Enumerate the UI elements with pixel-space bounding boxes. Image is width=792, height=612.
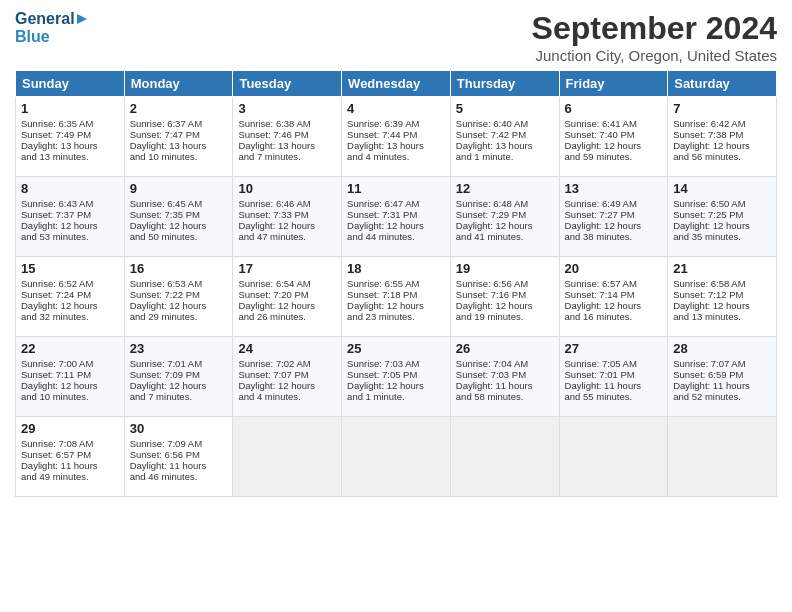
table-row: 7Sunrise: 6:42 AMSunset: 7:38 PMDaylight…: [668, 97, 777, 177]
day-info-line: Sunset: 7:46 PM: [238, 129, 336, 140]
table-row: [668, 417, 777, 497]
day-info-line: and 1 minute.: [347, 391, 445, 402]
day-info-line: Sunrise: 6:35 AM: [21, 118, 119, 129]
day-info-line: Sunset: 6:57 PM: [21, 449, 119, 460]
calendar-week-row: 8Sunrise: 6:43 AMSunset: 7:37 PMDaylight…: [16, 177, 777, 257]
day-info-line: Daylight: 12 hours: [130, 300, 228, 311]
table-row: 22Sunrise: 7:00 AMSunset: 7:11 PMDayligh…: [16, 337, 125, 417]
day-info-line: Sunrise: 7:00 AM: [21, 358, 119, 369]
day-info-line: and 49 minutes.: [21, 471, 119, 482]
day-info-line: Daylight: 12 hours: [673, 220, 771, 231]
day-info-line: Daylight: 12 hours: [21, 300, 119, 311]
day-info-line: Sunset: 7:24 PM: [21, 289, 119, 300]
table-row: 14Sunrise: 6:50 AMSunset: 7:25 PMDayligh…: [668, 177, 777, 257]
day-info-line: Sunrise: 6:40 AM: [456, 118, 554, 129]
day-info-line: Sunset: 7:16 PM: [456, 289, 554, 300]
day-info-line: and 41 minutes.: [456, 231, 554, 242]
col-wednesday: Wednesday: [342, 71, 451, 97]
col-friday: Friday: [559, 71, 668, 97]
day-info-line: Sunrise: 6:58 AM: [673, 278, 771, 289]
day-number: 11: [347, 181, 445, 196]
day-info-line: Sunset: 7:37 PM: [21, 209, 119, 220]
day-info-line: and 58 minutes.: [456, 391, 554, 402]
day-info-line: Sunrise: 6:53 AM: [130, 278, 228, 289]
calendar-subtitle: Junction City, Oregon, United States: [532, 47, 777, 64]
day-info-line: and 23 minutes.: [347, 311, 445, 322]
day-info-line: Sunrise: 6:37 AM: [130, 118, 228, 129]
calendar-week-row: 29Sunrise: 7:08 AMSunset: 6:57 PMDayligh…: [16, 417, 777, 497]
day-info-line: Sunrise: 6:50 AM: [673, 198, 771, 209]
day-info-line: and 7 minutes.: [130, 391, 228, 402]
logo: General Blue: [15, 10, 87, 46]
day-info-line: Sunrise: 6:42 AM: [673, 118, 771, 129]
day-info-line: Daylight: 12 hours: [238, 220, 336, 231]
table-row: 25Sunrise: 7:03 AMSunset: 7:05 PMDayligh…: [342, 337, 451, 417]
calendar-week-row: 22Sunrise: 7:00 AMSunset: 7:11 PMDayligh…: [16, 337, 777, 417]
day-number: 2: [130, 101, 228, 116]
day-info-line: Sunset: 7:03 PM: [456, 369, 554, 380]
day-number: 27: [565, 341, 663, 356]
day-info-line: and 53 minutes.: [21, 231, 119, 242]
table-row: [233, 417, 342, 497]
day-info-line: Sunrise: 6:45 AM: [130, 198, 228, 209]
day-info-line: Sunset: 7:05 PM: [347, 369, 445, 380]
day-info-line: Sunrise: 7:04 AM: [456, 358, 554, 369]
logo-line1: General: [15, 10, 87, 28]
day-info-line: and 10 minutes.: [21, 391, 119, 402]
table-row: 26Sunrise: 7:04 AMSunset: 7:03 PMDayligh…: [450, 337, 559, 417]
day-info-line: Sunrise: 6:41 AM: [565, 118, 663, 129]
day-info-line: Sunset: 7:31 PM: [347, 209, 445, 220]
day-info-line: and 44 minutes.: [347, 231, 445, 242]
day-info-line: Sunrise: 6:43 AM: [21, 198, 119, 209]
day-info-line: Daylight: 13 hours: [347, 140, 445, 151]
day-info-line: Daylight: 12 hours: [456, 300, 554, 311]
calendar-table: Sunday Monday Tuesday Wednesday Thursday…: [15, 70, 777, 497]
day-info-line: Daylight: 12 hours: [347, 220, 445, 231]
table-row: 2Sunrise: 6:37 AMSunset: 7:47 PMDaylight…: [124, 97, 233, 177]
day-number: 3: [238, 101, 336, 116]
day-info-line: and 32 minutes.: [21, 311, 119, 322]
day-info-line: Sunset: 7:20 PM: [238, 289, 336, 300]
day-info-line: Sunrise: 7:05 AM: [565, 358, 663, 369]
day-info-line: Daylight: 12 hours: [238, 380, 336, 391]
day-info-line: Sunset: 7:25 PM: [673, 209, 771, 220]
col-thursday: Thursday: [450, 71, 559, 97]
table-row: 21Sunrise: 6:58 AMSunset: 7:12 PMDayligh…: [668, 257, 777, 337]
table-row: 9Sunrise: 6:45 AMSunset: 7:35 PMDaylight…: [124, 177, 233, 257]
day-info-line: Sunset: 7:38 PM: [673, 129, 771, 140]
table-row: 20Sunrise: 6:57 AMSunset: 7:14 PMDayligh…: [559, 257, 668, 337]
calendar-week-row: 15Sunrise: 6:52 AMSunset: 7:24 PMDayligh…: [16, 257, 777, 337]
day-number: 9: [130, 181, 228, 196]
day-info-line: and 4 minutes.: [347, 151, 445, 162]
day-info-line: Daylight: 12 hours: [130, 380, 228, 391]
table-row: 1Sunrise: 6:35 AMSunset: 7:49 PMDaylight…: [16, 97, 125, 177]
col-tuesday: Tuesday: [233, 71, 342, 97]
table-row: 27Sunrise: 7:05 AMSunset: 7:01 PMDayligh…: [559, 337, 668, 417]
day-info-line: Sunset: 7:40 PM: [565, 129, 663, 140]
day-info-line: and 59 minutes.: [565, 151, 663, 162]
table-row: 28Sunrise: 7:07 AMSunset: 6:59 PMDayligh…: [668, 337, 777, 417]
table-row: 19Sunrise: 6:56 AMSunset: 7:16 PMDayligh…: [450, 257, 559, 337]
day-info-line: Sunrise: 6:57 AM: [565, 278, 663, 289]
day-info-line: Daylight: 12 hours: [21, 220, 119, 231]
table-row: 24Sunrise: 7:02 AMSunset: 7:07 PMDayligh…: [233, 337, 342, 417]
day-number: 18: [347, 261, 445, 276]
day-info-line: Sunset: 7:44 PM: [347, 129, 445, 140]
day-info-line: Daylight: 12 hours: [347, 300, 445, 311]
day-number: 21: [673, 261, 771, 276]
day-info-line: Sunset: 7:33 PM: [238, 209, 336, 220]
day-info-line: Sunset: 7:49 PM: [21, 129, 119, 140]
calendar-header-row: Sunday Monday Tuesday Wednesday Thursday…: [16, 71, 777, 97]
table-row: 29Sunrise: 7:08 AMSunset: 6:57 PMDayligh…: [16, 417, 125, 497]
day-info-line: Daylight: 12 hours: [238, 300, 336, 311]
title-block: September 2024 Junction City, Oregon, Un…: [532, 10, 777, 64]
table-row: [450, 417, 559, 497]
day-info-line: Sunrise: 7:07 AM: [673, 358, 771, 369]
day-info-line: Sunset: 7:11 PM: [21, 369, 119, 380]
day-info-line: Daylight: 11 hours: [673, 380, 771, 391]
day-info-line: Sunset: 6:56 PM: [130, 449, 228, 460]
calendar-week-row: 1Sunrise: 6:35 AMSunset: 7:49 PMDaylight…: [16, 97, 777, 177]
day-info-line: Daylight: 12 hours: [456, 220, 554, 231]
day-number: 5: [456, 101, 554, 116]
table-row: 17Sunrise: 6:54 AMSunset: 7:20 PMDayligh…: [233, 257, 342, 337]
